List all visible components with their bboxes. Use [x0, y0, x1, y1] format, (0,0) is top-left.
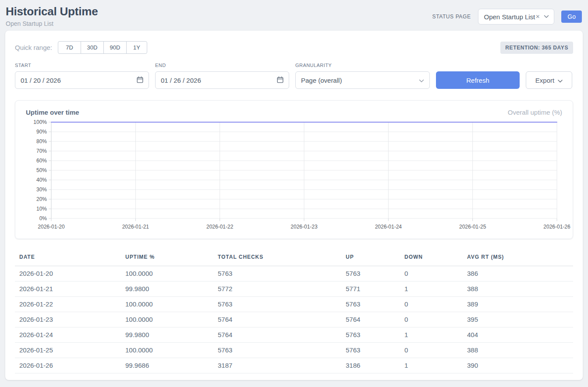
start-date-group: START 01 / 20 / 2026: [15, 63, 149, 89]
end-date-value: 01 / 26 / 2026: [161, 77, 201, 84]
page-title: Historical Uptime: [6, 5, 98, 18]
table-cell: 1: [400, 327, 463, 343]
table-row: 2026-01-25100.0000576357630388: [15, 343, 573, 358]
retention-badge: RETENTION: 365 DAYS: [500, 42, 573, 54]
svg-text:10%: 10%: [36, 206, 47, 212]
table-cell: 5763: [341, 327, 400, 343]
table-cell: 5771: [341, 281, 400, 297]
table-column-header: TOTAL CHECKS: [213, 250, 341, 266]
table-body: 2026-01-20100.00005763576303862026-01-21…: [15, 266, 573, 373]
table-cell: 389: [463, 297, 573, 312]
table-cell: 1: [400, 358, 463, 373]
table-column-header: DOWN: [400, 250, 463, 266]
page-subtitle: Open Startup List: [6, 20, 98, 27]
granularity-select[interactable]: Page (overall): [295, 71, 430, 89]
table-column-header: UP: [341, 250, 400, 266]
svg-text:2026-01-24: 2026-01-24: [375, 224, 402, 230]
svg-text:0%: 0%: [39, 215, 47, 222]
chevron-down-icon: [558, 77, 563, 84]
chevron-down-icon: [544, 15, 549, 18]
clear-icon[interactable]: ✕: [535, 14, 540, 20]
granularity-label: GRANULARITY: [295, 63, 430, 68]
export-button[interactable]: Export: [526, 71, 572, 89]
table-cell: 3187: [213, 358, 341, 373]
status-page-label: STATUS PAGE: [432, 14, 471, 20]
svg-text:60%: 60%: [36, 158, 47, 164]
table-cell: 5763: [341, 266, 400, 281]
svg-text:2026-01-26: 2026-01-26: [543, 224, 570, 230]
table-cell: 5772: [213, 281, 341, 297]
svg-text:40%: 40%: [36, 177, 47, 183]
table-cell: 3186: [341, 358, 400, 373]
table-cell: 99.9800: [121, 327, 213, 343]
uptime-chart: 0%10%20%30%40%50%60%70%80%90%100%2026-01…: [26, 119, 561, 233]
refresh-button[interactable]: Refresh: [436, 71, 520, 89]
quick-range-button-30d[interactable]: 30D: [81, 41, 104, 54]
quick-range-button-1y[interactable]: 1Y: [126, 41, 147, 54]
export-button-label: Export: [535, 77, 554, 84]
svg-text:20%: 20%: [36, 196, 47, 202]
svg-text:100%: 100%: [33, 119, 47, 125]
quick-range-group: 7D30D90D1Y: [58, 41, 147, 54]
chart-header: Uptime over time Overall uptime (%): [26, 109, 562, 116]
table-cell: 388: [463, 281, 573, 297]
uptime-table: DATEUPTIME %TOTAL CHECKSUPDOWNAVG RT (MS…: [15, 250, 573, 373]
svg-text:90%: 90%: [36, 129, 47, 135]
table-cell: 1: [400, 281, 463, 297]
table-row: 2026-01-2199.9800577257711388: [15, 281, 573, 297]
table-row: 2026-01-20100.0000576357630386: [15, 266, 573, 281]
calendar-icon[interactable]: [137, 76, 143, 84]
table-cell: 0: [400, 297, 463, 312]
svg-text:2026-01-23: 2026-01-23: [290, 224, 318, 230]
table-cell: 2026-01-21: [15, 281, 121, 297]
table-cell: 0: [400, 343, 463, 358]
quick-range-row: Quick range: 7D30D90D1Y RETENTION: 365 D…: [15, 41, 573, 54]
status-page-select-value: Open Startup List: [484, 13, 535, 21]
table-cell: 100.0000: [121, 343, 213, 358]
table-cell: 5763: [213, 297, 341, 312]
table-cell: 99.9686: [121, 358, 213, 373]
main-panel: Quick range: 7D30D90D1Y RETENTION: 365 D…: [5, 31, 583, 380]
svg-text:2026-01-20: 2026-01-20: [38, 224, 65, 230]
table-header-row: DATEUPTIME %TOTAL CHECKSUPDOWNAVG RT (MS…: [15, 250, 573, 266]
start-date-value: 01 / 20 / 2026: [21, 77, 61, 84]
table-column-header: DATE: [15, 250, 121, 266]
calendar-icon[interactable]: [277, 76, 283, 84]
table-column-header: AVG RT (MS): [463, 250, 573, 266]
quick-range-button-90d[interactable]: 90D: [103, 41, 127, 54]
table-cell: 5764: [213, 327, 341, 343]
table-cell: 404: [463, 327, 573, 343]
filters-row: START 01 / 20 / 2026 END 01 / 26 / 2026 …: [15, 63, 573, 89]
table-cell: 100.0000: [121, 312, 213, 327]
table-cell: 5763: [341, 297, 400, 312]
table-head: DATEUPTIME %TOTAL CHECKSUPDOWNAVG RT (MS…: [15, 250, 573, 266]
svg-text:80%: 80%: [36, 138, 47, 144]
table-cell: 386: [463, 266, 573, 281]
table-cell: 5764: [341, 312, 400, 327]
table-cell: 100.0000: [121, 266, 213, 281]
table-row: 2026-01-2499.9800576457631404: [15, 327, 573, 343]
end-date-input[interactable]: 01 / 26 / 2026: [155, 71, 289, 89]
granularity-value: Page (overall): [301, 77, 342, 84]
quick-range-button-7d[interactable]: 7D: [58, 41, 81, 54]
table-cell: 388: [463, 343, 573, 358]
table-cell: 99.9800: [121, 281, 213, 297]
start-label: START: [15, 63, 149, 68]
svg-text:70%: 70%: [36, 148, 47, 154]
table-cell: 2026-01-22: [15, 297, 121, 312]
table-row: 2026-01-22100.0000576357630389: [15, 297, 573, 312]
status-page-select[interactable]: Open Startup List ✕: [478, 9, 555, 25]
table-cell: 2026-01-25: [15, 343, 121, 358]
table-row: 2026-01-2699.9686318731861390: [15, 358, 573, 373]
top-header: Historical Uptime Open Startup List STAT…: [0, 0, 588, 30]
table-cell: 5764: [213, 312, 341, 327]
end-label: END: [155, 63, 289, 68]
quick-range-label: Quick range:: [15, 44, 52, 51]
table-cell: 2026-01-26: [15, 358, 121, 373]
go-button[interactable]: Go: [561, 11, 582, 23]
end-date-group: END 01 / 26 / 2026: [155, 63, 289, 89]
start-date-input[interactable]: 01 / 20 / 2026: [15, 71, 149, 89]
table-column-header: UPTIME %: [121, 250, 213, 266]
table-cell: 100.0000: [121, 297, 213, 312]
svg-text:2026-01-25: 2026-01-25: [459, 224, 486, 230]
